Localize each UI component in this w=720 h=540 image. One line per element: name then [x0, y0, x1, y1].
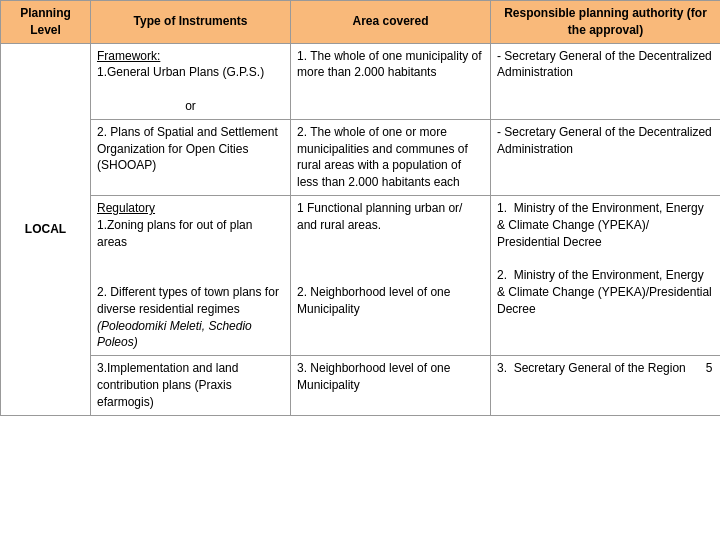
- authority-shooap: - Secretary General of the Decentralized…: [491, 119, 721, 195]
- instrument-framework: Framework: 1.General Urban Plans (G.P.S.…: [91, 43, 291, 119]
- instrument-label: Framework:: [97, 49, 160, 63]
- table-row: Regulatory 1.Zoning plans for out of pla…: [1, 195, 721, 355]
- instrument-shooap: 2. Plans of Spatial and Settlement Organ…: [91, 119, 291, 195]
- instrument-implementation: 3.Implementation and land contribution p…: [91, 356, 291, 415]
- area-framework: 1. The whole of one municipality of more…: [291, 43, 491, 119]
- table-row: 3.Implementation and land contribution p…: [1, 356, 721, 415]
- area-regulatory: 1 Functional planning urban or/ and rura…: [291, 195, 491, 355]
- authority-framework: - Secretary General of the Decentralized…: [491, 43, 721, 119]
- table-row: LOCAL Framework: 1.General Urban Plans (…: [1, 43, 721, 119]
- area-implementation: 3. Neighborhood level of one Municipalit…: [291, 356, 491, 415]
- planning-level-cell: LOCAL: [1, 43, 91, 415]
- regulatory-label: Regulatory: [97, 201, 155, 215]
- header-area-covered: Area covered: [291, 1, 491, 44]
- authority-implementation: 3. Secretary General of the Region 5: [491, 356, 721, 415]
- authority-regulatory: 1. Ministry of the Environment, Energy &…: [491, 195, 721, 355]
- table-row: 2. Plans of Spatial and Settlement Organ…: [1, 119, 721, 195]
- header-type-instruments: Type of Instruments: [91, 1, 291, 44]
- header-responsible-authority: Responsible planning authority (for the …: [491, 1, 721, 44]
- or-text: or: [97, 98, 284, 115]
- instrument-regulatory: Regulatory 1.Zoning plans for out of pla…: [91, 195, 291, 355]
- header-planning-level: Planning Level: [1, 1, 91, 44]
- area-shooap: 2. The whole of one or more municipaliti…: [291, 119, 491, 195]
- italic-text: (Poleodomiki Meleti, Schedio Poleos): [97, 319, 252, 350]
